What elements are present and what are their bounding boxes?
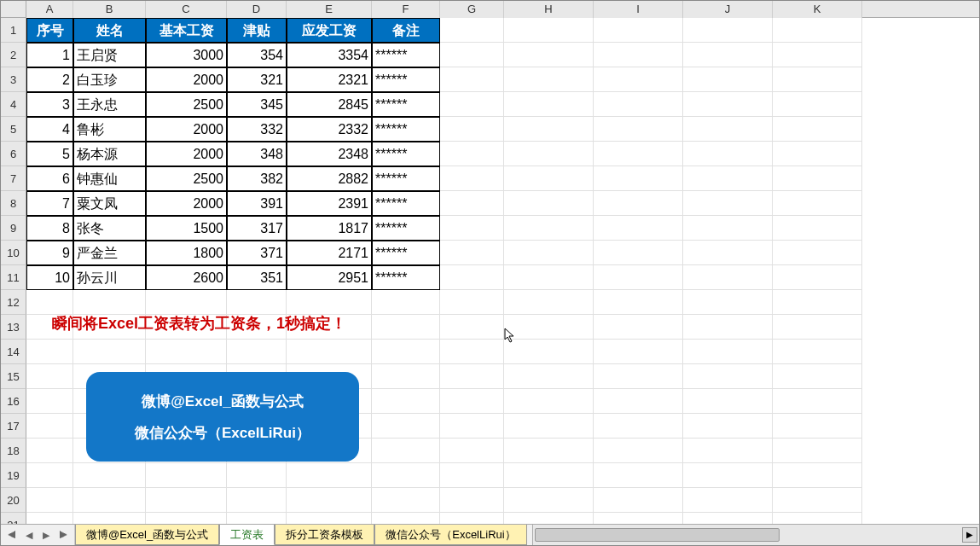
- cell-H5[interactable]: [504, 117, 594, 142]
- row-header-9[interactable]: 9: [1, 216, 26, 241]
- cell-J18[interactable]: [683, 439, 773, 463]
- cell-F5[interactable]: ******: [372, 117, 440, 142]
- cell-A3[interactable]: 2: [26, 67, 73, 92]
- cell-K11[interactable]: [773, 265, 862, 290]
- cell-H7[interactable]: [504, 166, 594, 191]
- cell-B3[interactable]: 白玉珍: [73, 67, 146, 92]
- row-header-21[interactable]: 21: [1, 513, 26, 524]
- cell-A18[interactable]: [26, 439, 73, 463]
- cell-I1[interactable]: [594, 18, 683, 43]
- cell-D7[interactable]: 382: [227, 166, 287, 191]
- cell-B5[interactable]: 鲁彬: [73, 117, 146, 142]
- cell-E4[interactable]: 2845: [287, 92, 372, 117]
- row-header-5[interactable]: 5: [1, 117, 26, 142]
- row-header-11[interactable]: 11: [1, 265, 26, 290]
- cell-D10[interactable]: 371: [227, 241, 287, 265]
- cell-D19[interactable]: [227, 463, 287, 488]
- row-header-17[interactable]: 17: [1, 414, 26, 439]
- cell-D5[interactable]: 332: [227, 117, 287, 142]
- cell-A9[interactable]: 8: [26, 216, 73, 241]
- cell-A15[interactable]: [26, 364, 73, 389]
- sheet-tab-1[interactable]: 工资表: [219, 525, 275, 545]
- cell-B9[interactable]: 张冬: [73, 216, 146, 241]
- cell-H12[interactable]: [504, 290, 594, 315]
- cell-K17[interactable]: [773, 414, 862, 439]
- cell-K15[interactable]: [773, 364, 862, 389]
- cell-D2[interactable]: 354: [227, 43, 287, 67]
- cell-A17[interactable]: [26, 414, 73, 439]
- cell-G11[interactable]: [440, 265, 504, 290]
- row-header-6[interactable]: 6: [1, 142, 26, 166]
- cell-J17[interactable]: [683, 414, 773, 439]
- cell-C11[interactable]: 2600: [146, 265, 227, 290]
- cell-H21[interactable]: [504, 513, 594, 524]
- cell-G17[interactable]: [440, 414, 504, 439]
- cell-I12[interactable]: [594, 290, 683, 315]
- cell-K13[interactable]: [773, 315, 862, 340]
- cell-E19[interactable]: [287, 463, 372, 488]
- column-header-K[interactable]: K: [773, 1, 862, 18]
- column-header-G[interactable]: G: [440, 1, 504, 18]
- column-header-H[interactable]: H: [504, 1, 594, 18]
- cell-E3[interactable]: 2321: [287, 67, 372, 92]
- cell-F8[interactable]: ******: [372, 191, 440, 216]
- cell-H18[interactable]: [504, 439, 594, 463]
- row-header-12[interactable]: 12: [1, 290, 26, 315]
- cell-B11[interactable]: 孙云川: [73, 265, 146, 290]
- cell-I11[interactable]: [594, 265, 683, 290]
- cell-K20[interactable]: [773, 488, 862, 513]
- cell-H11[interactable]: [504, 265, 594, 290]
- cell-B8[interactable]: 粟文凤: [73, 191, 146, 216]
- cell-A1[interactable]: 序号: [26, 18, 73, 43]
- cell-I9[interactable]: [594, 216, 683, 241]
- cell-K8[interactable]: [773, 191, 862, 216]
- cell-G2[interactable]: [440, 43, 504, 67]
- sheet-tab-0[interactable]: 微博@Excel_函数与公式: [75, 525, 219, 545]
- cell-I14[interactable]: [594, 340, 683, 364]
- cell-D1[interactable]: 津贴: [227, 18, 287, 43]
- cell-J1[interactable]: [683, 18, 773, 43]
- cell-E14[interactable]: [287, 340, 372, 364]
- tab-nav-first-icon[interactable]: ⯇: [6, 529, 18, 541]
- cell-J5[interactable]: [683, 117, 773, 142]
- cell-I18[interactable]: [594, 439, 683, 463]
- cell-B12[interactable]: [73, 290, 146, 315]
- cell-K3[interactable]: [773, 67, 862, 92]
- cell-F12[interactable]: [372, 290, 440, 315]
- sheet-tab-2[interactable]: 拆分工资条模板: [275, 525, 374, 545]
- cell-F20[interactable]: [372, 488, 440, 513]
- cell-A16[interactable]: [26, 389, 73, 414]
- cell-K7[interactable]: [773, 166, 862, 191]
- cell-F15[interactable]: [372, 364, 440, 389]
- cell-J11[interactable]: [683, 265, 773, 290]
- select-all-corner[interactable]: [1, 1, 26, 18]
- cell-F10[interactable]: ******: [372, 241, 440, 265]
- cell-K5[interactable]: [773, 117, 862, 142]
- cell-J2[interactable]: [683, 43, 773, 67]
- cell-H16[interactable]: [504, 389, 594, 414]
- cell-H17[interactable]: [504, 414, 594, 439]
- row-header-14[interactable]: 14: [1, 340, 26, 364]
- row-header-20[interactable]: 20: [1, 488, 26, 513]
- column-header-F[interactable]: F: [372, 1, 440, 18]
- column-header-E[interactable]: E: [287, 1, 372, 18]
- cell-G4[interactable]: [440, 92, 504, 117]
- cell-J19[interactable]: [683, 463, 773, 488]
- cell-G21[interactable]: [440, 513, 504, 524]
- row-header-13[interactable]: 13: [1, 315, 26, 340]
- cell-I2[interactable]: [594, 43, 683, 67]
- cell-K10[interactable]: [773, 241, 862, 265]
- cell-G1[interactable]: [440, 18, 504, 43]
- row-header-3[interactable]: 3: [1, 67, 26, 92]
- cell-A20[interactable]: [26, 488, 73, 513]
- column-header-D[interactable]: D: [227, 1, 287, 18]
- cell-D4[interactable]: 345: [227, 92, 287, 117]
- cell-A5[interactable]: 4: [26, 117, 73, 142]
- cell-D9[interactable]: 317: [227, 216, 287, 241]
- cell-A11[interactable]: 10: [26, 265, 73, 290]
- cell-J15[interactable]: [683, 364, 773, 389]
- cell-H1[interactable]: [504, 18, 594, 43]
- cell-K1[interactable]: [773, 18, 862, 43]
- cell-J21[interactable]: [683, 513, 773, 524]
- cell-G6[interactable]: [440, 142, 504, 166]
